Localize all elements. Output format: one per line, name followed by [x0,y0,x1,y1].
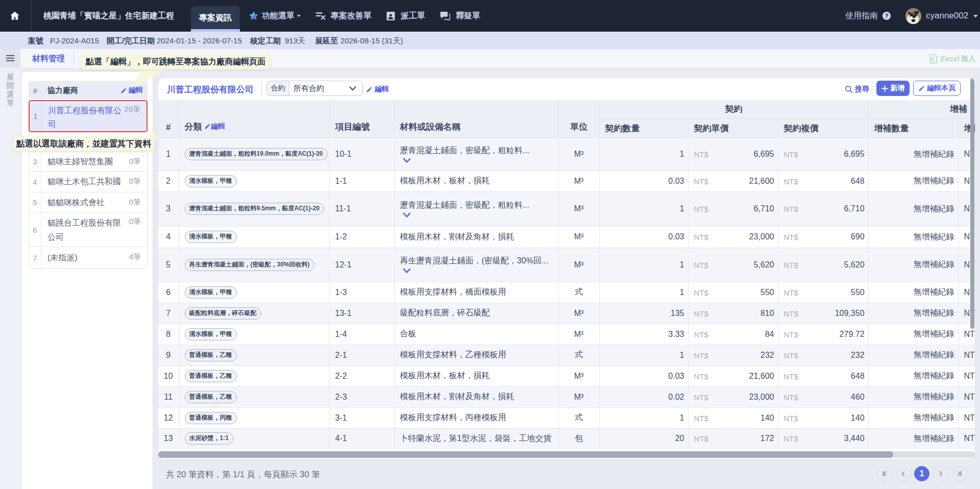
svg-text:?: ? [885,12,888,19]
